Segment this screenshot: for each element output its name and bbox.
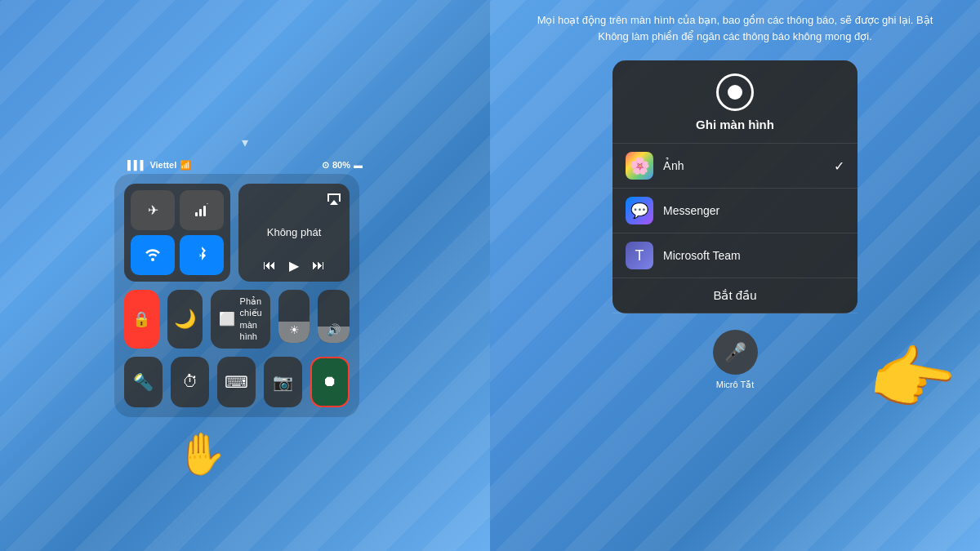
description-text: Mọi hoạt động trên màn hình của bạn, bao…: [490, 0, 980, 52]
media-controls: ⏮ ▶ ⏭: [247, 258, 341, 273]
svg-rect-0: [195, 212, 198, 216]
media-top: [247, 192, 341, 207]
battery-icon: ▬: [354, 160, 363, 170]
cellular-icon: [194, 202, 209, 217]
svg-rect-1: [199, 209, 202, 216]
media-title: Không phát: [247, 207, 341, 258]
camera-btn[interactable]: 📷: [264, 357, 302, 407]
status-bar: ▌▌▌ Viettel 📶 ⊙ 80% ▬: [114, 153, 376, 174]
app-row-teams[interactable]: T Microsoft Team: [612, 233, 858, 278]
signal-bars: ▌▌▌: [127, 160, 146, 170]
cc-row-1: ✈: [124, 184, 350, 282]
photos-icon: 🌸: [626, 152, 653, 180]
next-btn[interactable]: ⏭: [312, 258, 325, 273]
cellular-btn[interactable]: [180, 190, 224, 230]
brightness-slider[interactable]: ☀: [278, 290, 310, 343]
prev-btn[interactable]: ⏮: [263, 258, 276, 273]
start-btn[interactable]: Bắt đầu: [612, 278, 858, 313]
volume-icon: 🔊: [327, 323, 341, 336]
control-center: ✈: [114, 174, 359, 417]
screen-mirror-icon: ⬜: [219, 311, 235, 327]
record-dot: [728, 85, 742, 100]
flashlight-btn[interactable]: 🔦: [124, 357, 163, 407]
bluetooth-btn[interactable]: [180, 235, 224, 275]
location-icon: ⊙: [322, 160, 329, 171]
brightness-icon: ☀: [289, 323, 300, 336]
mic-label: Micrô Tắt: [716, 380, 755, 390]
cc-row-3: 🔦 ⏱ ⌨ 📷 ⏺: [124, 357, 350, 407]
timer-btn[interactable]: ⏱: [171, 357, 209, 407]
screen-mirror-label: Phản chiếumàn hình: [240, 295, 262, 342]
messenger-icon: 💬: [626, 197, 653, 224]
connectivity-block: ✈: [124, 184, 230, 282]
screen-mirror-btn[interactable]: ⬜ Phản chiếumàn hình: [211, 290, 270, 349]
mic-section: 🎤 Micrô Tắt: [713, 330, 758, 390]
app-name-photos: Ảnh: [663, 159, 684, 172]
iphone-frame-left: ▾ ▌▌▌ Viettel 📶 ⊙ 80% ▬ ✈: [114, 135, 376, 417]
mic-btn[interactable]: 🎤: [713, 330, 758, 375]
screen-record-btn[interactable]: ⏺: [310, 357, 350, 407]
volume-slider[interactable]: 🔊: [318, 290, 350, 343]
wifi-btn[interactable]: [131, 235, 175, 275]
app-name-messenger: Messenger: [663, 204, 719, 217]
chevron-icon[interactable]: ▾: [114, 135, 376, 150]
battery-area: ⊙ 80% ▬: [322, 160, 363, 171]
record-icon: ⏺: [323, 373, 337, 390]
orientation-lock-btn[interactable]: 🔒: [124, 290, 159, 349]
airplay-svg: [327, 192, 341, 205]
app-name-teams: Microsoft Team: [663, 249, 741, 262]
play-btn[interactable]: ▶: [289, 258, 299, 273]
app-row-messenger[interactable]: 💬 Messenger: [612, 189, 858, 233]
wifi-icon: 📶: [180, 160, 191, 171]
bluetooth-icon: [196, 247, 207, 263]
popup-header: Ghi màn hình: [612, 73, 858, 144]
teams-icon: T: [626, 242, 653, 269]
left-panel: ▾ ▌▌▌ Viettel 📶 ⊙ 80% ▬ ✈: [0, 0, 490, 551]
airplay-icon[interactable]: [327, 192, 341, 207]
carrier-name: Viettel: [149, 160, 176, 170]
svg-rect-2: [203, 206, 206, 216]
record-icon-circle: [716, 73, 754, 111]
popup-title: Ghi màn hình: [612, 118, 858, 131]
battery-percent: 80%: [332, 160, 350, 170]
svg-rect-3: [207, 203, 208, 204]
cc-row-2: 🔒 🌙 ⬜ Phản chiếumàn hình ☀ 🔊: [124, 290, 350, 349]
right-panel: Mọi hoạt động trên màn hình của bạn, bao…: [490, 0, 980, 551]
do-not-disturb-btn[interactable]: 🌙: [167, 290, 203, 349]
hand-pointer-left: 🤚: [176, 430, 226, 478]
carrier-signal: ▌▌▌ Viettel 📶: [127, 160, 191, 171]
media-block: Không phát ⏮ ▶ ⏭: [238, 184, 350, 282]
hand-pointer-right: 👉: [862, 332, 962, 428]
checkmark-photos: ✓: [834, 158, 844, 174]
wifi-icon: [145, 248, 161, 261]
calculator-btn[interactable]: ⌨: [217, 357, 256, 407]
screen-record-popup: Ghi màn hình 🌸 Ảnh ✓ 💬 Messenger T Micro…: [612, 60, 858, 313]
airplane-mode-btn[interactable]: ✈: [131, 190, 175, 230]
app-row-photos[interactable]: 🌸 Ảnh ✓: [612, 144, 858, 189]
